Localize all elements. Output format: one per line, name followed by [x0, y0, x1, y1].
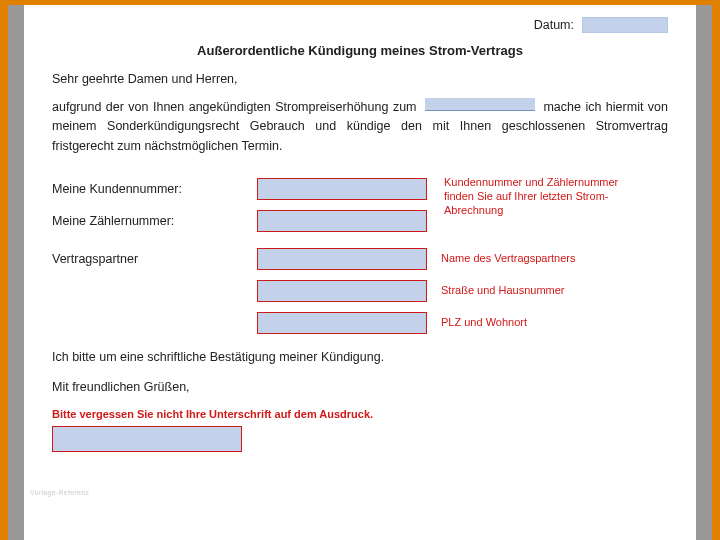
vertragspartner-label: Vertragspartner [52, 252, 257, 266]
zaehlernummer-row: Meine Zählernummer: [52, 210, 668, 232]
watermark: Vorlage-Referenz [30, 489, 89, 496]
vertragspartner-street-hint: Straße und Hausnummer [441, 284, 611, 298]
kundennummer-label: Meine Kundennummer: [52, 182, 257, 196]
vertragspartner-street-field[interactable] [257, 280, 427, 302]
salutation: Sehr geehrte Damen und Herren, [52, 72, 668, 86]
kundennummer-field[interactable] [257, 178, 427, 200]
body-part1: aufgrund der von Ihnen angekündigten Str… [52, 100, 417, 114]
vertragspartner-city-field[interactable] [257, 312, 427, 334]
vertragspartner-city-hint: PLZ und Wohnort [441, 316, 611, 330]
date-field[interactable] [582, 17, 668, 33]
document-title: Außerordentliche Kündigung meines Strom-… [52, 43, 668, 58]
signature-field[interactable] [52, 426, 242, 452]
kundennummer-row: Meine Kundennummer: [52, 178, 668, 200]
price-increase-date-field[interactable] [425, 98, 535, 111]
zaehlernummer-label: Meine Zählernummer: [52, 214, 257, 228]
vertragspartner-city-row: PLZ und Wohnort [52, 312, 668, 334]
zaehlernummer-field[interactable] [257, 210, 427, 232]
confirmation-request: Ich bitte um eine schriftliche Bestätigu… [52, 350, 668, 364]
vertragspartner-name-row: Vertragspartner Name des Vertragspartner… [52, 248, 668, 270]
closing: Mit freundlichen Grüßen, [52, 380, 668, 394]
form-block: Kundennummer und Zählernummer finden Sie… [52, 178, 668, 334]
date-label: Datum: [534, 18, 574, 32]
signature-hint: Bitte vergessen Sie nicht Ihre Unterschr… [52, 408, 668, 422]
document-page: Datum: Außerordentliche Kündigung meines… [8, 5, 712, 540]
date-row: Datum: [52, 17, 668, 33]
vertragspartner-street-row: Straße und Hausnummer [52, 280, 668, 302]
vertragspartner-name-hint: Name des Vertragspartners [441, 252, 611, 266]
body-paragraph: aufgrund der von Ihnen angekündigten Str… [52, 98, 668, 156]
vertragspartner-name-field[interactable] [257, 248, 427, 270]
